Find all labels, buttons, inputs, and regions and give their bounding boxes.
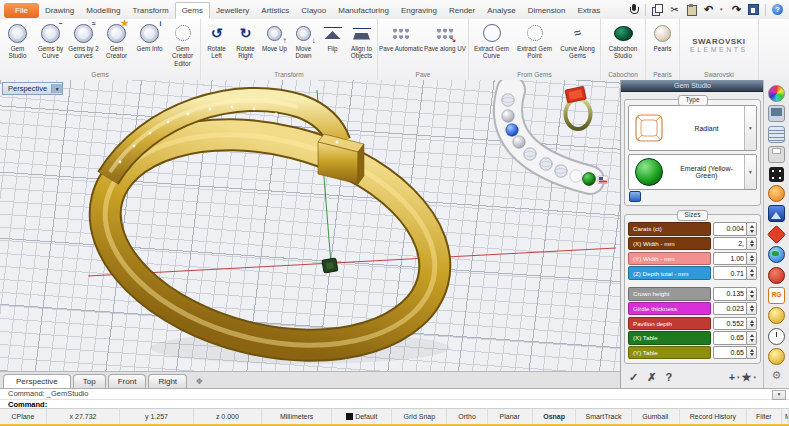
ribbon-item-cabochon-studio[interactable]: Cabochon Studio xyxy=(602,20,644,60)
param-value-input[interactable]: 0.65 xyxy=(713,346,747,360)
ribbon-item-align-to-objects[interactable]: Align to Objects xyxy=(347,20,376,60)
ribbon-item-move-up[interactable]: ↑Move Up xyxy=(260,20,289,52)
spin-up-icon[interactable] xyxy=(750,305,754,308)
edit-material-icon[interactable] xyxy=(629,191,641,202)
chevron-down-icon[interactable]: ▾ xyxy=(744,155,756,189)
gem-material-dropdown[interactable]: Emerald (Yellow-Green) ▾ xyxy=(628,154,757,190)
spinner-control[interactable] xyxy=(747,222,757,236)
chevron-down-icon[interactable]: ▾ xyxy=(51,84,62,93)
material-sphere-silver[interactable] xyxy=(502,110,514,122)
dice-icon[interactable] xyxy=(769,167,784,182)
ribbon-item-pave-automatic[interactable]: Pave Automatic xyxy=(379,20,423,52)
menu-tab-dimension[interactable]: Dimension xyxy=(522,3,572,18)
printer-icon[interactable] xyxy=(768,146,785,163)
spinner-control[interactable] xyxy=(747,302,757,316)
status-layer[interactable]: Default xyxy=(332,409,392,424)
ribbon-item-extract-gem-curve[interactable]: Extract Gem Curve xyxy=(470,20,513,60)
spinner-control[interactable] xyxy=(747,252,757,266)
toggle-osnap[interactable]: Osnap xyxy=(533,409,577,424)
cancel-button[interactable]: ✗ xyxy=(647,371,656,383)
ribbon-item-curve-along-gems[interactable]: ≈Curve Along Gems xyxy=(556,20,599,60)
param-value-input[interactable]: 0.135 xyxy=(713,287,747,301)
spinner-control[interactable] xyxy=(747,287,757,301)
spin-up-icon[interactable] xyxy=(750,240,754,243)
gem-cut-dropdown[interactable]: Radiant ▾ xyxy=(628,105,757,151)
ribbon-item-rotate-left[interactable]: ↺Rotate Left xyxy=(202,20,231,60)
microphone-icon[interactable] xyxy=(628,4,639,15)
ribbon-item-gem-creator-editor[interactable]: Gem Creator Editor xyxy=(166,20,199,67)
add-dropdown-icon[interactable]: ▾ xyxy=(737,374,740,380)
ribbon-item-gem-studio[interactable]: Gem Studio xyxy=(1,20,34,60)
status-cplane[interactable]: CPlane xyxy=(0,409,47,424)
menu-tab-jewellery[interactable]: Jewellery xyxy=(210,3,255,18)
favorites-button[interactable]: ★ xyxy=(742,371,752,383)
spin-up-icon[interactable] xyxy=(750,349,754,352)
param-value-input[interactable]: 0.023 xyxy=(713,302,747,316)
viewport-3d[interactable]: Perspective ▾ xyxy=(0,80,620,371)
menu-tab-file[interactable]: File xyxy=(4,3,39,18)
help-icon[interactable]: ? xyxy=(772,4,783,15)
toggle-record-history[interactable]: Record History xyxy=(680,409,747,424)
toggle-grid-snap[interactable]: Grid Snap xyxy=(392,409,447,424)
command-history-dropdown-icon[interactable]: ▼ xyxy=(772,390,786,400)
spin-down-icon[interactable] xyxy=(750,274,754,277)
menu-tab-engraving[interactable]: Engraving xyxy=(395,3,443,18)
ribbon-item-gem-creator[interactable]: ★Gem Creator xyxy=(100,20,133,60)
viewport-title-dropdown[interactable]: Perspective ▾ xyxy=(2,82,63,95)
spin-down-icon[interactable] xyxy=(750,353,754,356)
material-flag-icon[interactable] xyxy=(598,176,608,184)
chevron-down-icon[interactable]: ▾ xyxy=(744,106,756,150)
material-sphere-wireframe-3[interactable] xyxy=(540,158,552,170)
spin-up-icon[interactable] xyxy=(750,255,754,258)
copy-icon[interactable] xyxy=(652,4,663,15)
param-value-input[interactable]: 0.004 xyxy=(713,222,747,236)
undo-icon[interactable]: ↶ xyxy=(703,4,714,15)
ribbon-item-rotate-right[interactable]: ↻Rotate Right xyxy=(231,20,260,60)
cut-icon[interactable]: ✂ xyxy=(669,4,680,15)
undo-dropdown-icon[interactable]: ▾ xyxy=(720,4,725,15)
param-value-input[interactable]: 1.00 xyxy=(713,252,747,266)
menu-tab-gems[interactable]: Gems xyxy=(175,2,210,19)
spin-down-icon[interactable] xyxy=(750,295,754,298)
spin-down-icon[interactable] xyxy=(750,259,754,262)
spin-down-icon[interactable] xyxy=(750,230,754,233)
material-sphere-wireframe-2[interactable] xyxy=(524,148,536,160)
swarovski-elements-button[interactable]: SWAROVSKI ELEMENTS xyxy=(690,19,748,70)
add-button[interactable]: + xyxy=(729,371,735,383)
monitor-icon[interactable] xyxy=(768,105,785,122)
toggle-gumball[interactable]: Gumball xyxy=(632,409,681,424)
spinner-control[interactable] xyxy=(747,266,757,280)
gold-sphere-icon[interactable] xyxy=(768,307,785,324)
status-units[interactable]: Millimeters xyxy=(262,409,332,424)
sun-icon[interactable] xyxy=(768,185,785,202)
ring-preview-thumbnail[interactable] xyxy=(565,86,591,129)
paste-icon[interactable] xyxy=(686,4,697,15)
new-viewport-icon[interactable]: ✥ xyxy=(189,375,210,388)
spin-down-icon[interactable] xyxy=(750,324,754,327)
spin-up-icon[interactable] xyxy=(750,290,754,293)
spinner-control[interactable] xyxy=(747,331,757,345)
menu-tab-extras[interactable]: Extras xyxy=(571,3,606,18)
viewport-tab-perspective[interactable]: Perspective xyxy=(3,374,71,388)
menu-tab-drawing[interactable]: Drawing xyxy=(39,3,80,18)
menu-tab-analyse[interactable]: Analyse xyxy=(481,3,521,18)
save-icon[interactable] xyxy=(748,4,759,15)
ribbon-item-extract-gem-point[interactable]: Extract Gem Point xyxy=(513,20,556,60)
material-sphere-wireframe-4[interactable] xyxy=(555,165,567,177)
param-value-input[interactable]: 0.65 xyxy=(713,331,747,345)
gear-icon[interactable]: ⚙ xyxy=(769,368,784,383)
menu-tab-render[interactable]: Render xyxy=(443,3,481,18)
ribbon-item-move-down[interactable]: ↓Move Down xyxy=(289,20,318,60)
material-sphere-empty[interactable] xyxy=(570,170,582,182)
menu-tab-transform[interactable]: Transform xyxy=(126,3,174,18)
viewport-tab-top[interactable]: Top xyxy=(73,374,106,388)
toggle-ortho[interactable]: Ortho xyxy=(447,409,487,424)
ribbon-item-gems-by-2-curves[interactable]: ≈Gems by 2 curves xyxy=(67,20,100,60)
ribbon-item-gem-info[interactable]: iGem Info xyxy=(133,20,166,52)
spin-up-icon[interactable] xyxy=(750,269,754,272)
spin-up-icon[interactable] xyxy=(750,334,754,337)
material-sphere-wireframe[interactable] xyxy=(502,94,514,106)
spin-up-icon[interactable] xyxy=(750,320,754,323)
globe-icon[interactable] xyxy=(768,246,785,263)
material-sphere-emerald[interactable] xyxy=(583,173,596,186)
